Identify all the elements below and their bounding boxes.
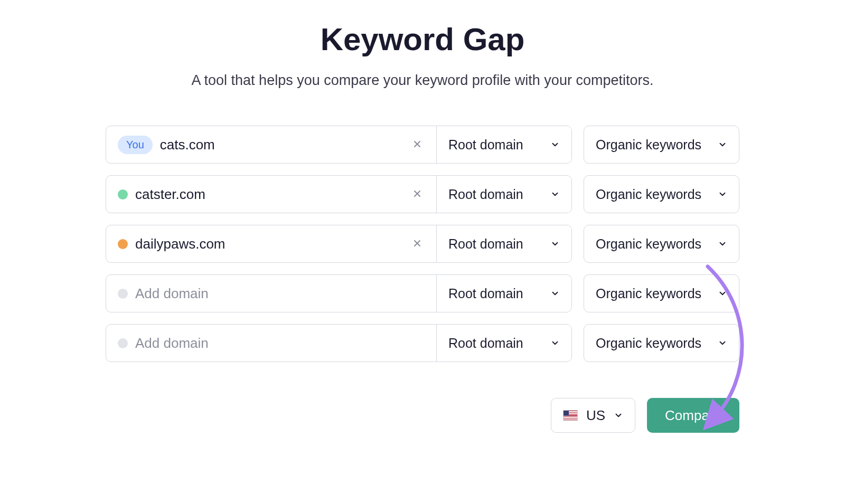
scope-select[interactable]: Root domain bbox=[437, 325, 571, 362]
competitor-dot-icon bbox=[118, 239, 128, 249]
close-icon bbox=[412, 188, 422, 199]
close-icon bbox=[412, 139, 422, 149]
clear-input-button[interactable] bbox=[408, 234, 427, 254]
chevron-down-icon bbox=[718, 289, 727, 298]
domain-row: Root domainOrganic keywords bbox=[106, 274, 739, 312]
scope-select[interactable]: Root domain bbox=[437, 176, 571, 213]
page-subtitle: A tool that helps you compare your keywo… bbox=[106, 72, 739, 89]
domain-rows: YouRoot domainOrganic keywordsRoot domai… bbox=[106, 126, 739, 362]
domain-row: Root domainOrganic keywords bbox=[106, 175, 739, 213]
chevron-down-icon bbox=[550, 289, 560, 298]
domain-input-wrap bbox=[106, 176, 437, 213]
competitor-dot-icon bbox=[118, 338, 128, 348]
chevron-down-icon bbox=[550, 140, 560, 149]
keyword-type-select[interactable]: Organic keywords bbox=[584, 274, 739, 312]
close-icon bbox=[412, 238, 422, 249]
domain-input[interactable] bbox=[135, 186, 400, 203]
domain-group: YouRoot domain bbox=[106, 126, 572, 164]
chevron-down-icon bbox=[718, 189, 727, 199]
domain-input[interactable] bbox=[135, 286, 427, 302]
chevron-down-icon bbox=[614, 411, 623, 420]
domain-row: Root domainOrganic keywords bbox=[106, 225, 739, 263]
keyword-type-select[interactable]: Organic keywords bbox=[584, 126, 739, 164]
competitor-dot-icon bbox=[118, 189, 128, 199]
scope-select[interactable]: Root domain bbox=[437, 126, 571, 163]
chevron-down-icon bbox=[550, 239, 560, 249]
you-badge: You bbox=[118, 136, 153, 154]
keyword-type-label: Organic keywords bbox=[596, 187, 701, 202]
domain-input-wrap bbox=[106, 325, 437, 362]
domain-group: Root domain bbox=[106, 324, 572, 362]
scope-label: Root domain bbox=[448, 236, 523, 252]
keyword-type-label: Organic keywords bbox=[596, 137, 701, 153]
domain-row: YouRoot domainOrganic keywords bbox=[106, 126, 739, 164]
keyword-type-label: Organic keywords bbox=[596, 336, 701, 351]
scope-label: Root domain bbox=[448, 187, 523, 202]
domain-row: Root domainOrganic keywords bbox=[106, 324, 739, 362]
scope-label: Root domain bbox=[448, 336, 523, 351]
chevron-down-icon bbox=[718, 338, 727, 348]
domain-group: Root domain bbox=[106, 225, 572, 263]
country-label: US bbox=[586, 407, 605, 424]
domain-input-wrap bbox=[106, 225, 437, 262]
scope-label: Root domain bbox=[448, 286, 523, 301]
chevron-down-icon bbox=[718, 140, 727, 149]
keyword-type-label: Organic keywords bbox=[596, 236, 701, 252]
domain-input[interactable] bbox=[135, 236, 400, 252]
chevron-down-icon bbox=[550, 189, 560, 199]
flag-us-icon bbox=[563, 410, 578, 421]
domain-input-wrap bbox=[106, 275, 437, 312]
footer-row: US Compare bbox=[106, 398, 739, 433]
domain-input[interactable] bbox=[135, 335, 427, 351]
scope-label: Root domain bbox=[448, 137, 523, 153]
domain-input-wrap: You bbox=[106, 126, 437, 163]
keyword-type-select[interactable]: Organic keywords bbox=[584, 324, 739, 362]
country-select[interactable]: US bbox=[551, 398, 635, 433]
page-title: Keyword Gap bbox=[106, 21, 739, 58]
scope-select[interactable]: Root domain bbox=[437, 275, 571, 312]
competitor-dot-icon bbox=[118, 289, 128, 299]
keyword-type-label: Organic keywords bbox=[596, 286, 701, 301]
chevron-down-icon bbox=[718, 239, 727, 249]
scope-select[interactable]: Root domain bbox=[437, 225, 571, 262]
clear-input-button[interactable] bbox=[408, 135, 427, 155]
keyword-type-select[interactable]: Organic keywords bbox=[584, 225, 739, 263]
domain-input[interactable] bbox=[160, 137, 400, 153]
domain-group: Root domain bbox=[106, 274, 572, 312]
keyword-type-select[interactable]: Organic keywords bbox=[584, 175, 739, 213]
chevron-down-icon bbox=[550, 338, 560, 348]
compare-button[interactable]: Compare bbox=[647, 398, 739, 433]
domain-group: Root domain bbox=[106, 175, 572, 213]
clear-input-button[interactable] bbox=[408, 184, 427, 205]
